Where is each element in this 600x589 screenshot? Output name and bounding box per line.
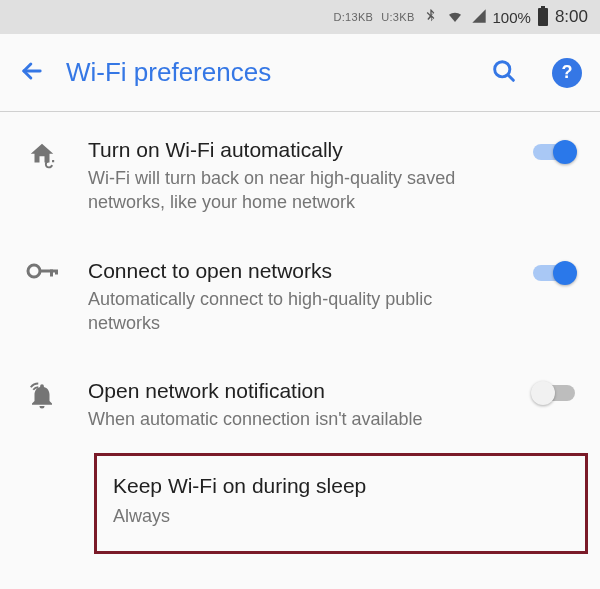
key-icon (18, 259, 66, 281)
status-icons: 100% 8:00 (423, 6, 588, 29)
cell-signal-icon (471, 8, 487, 27)
net-down: D:13KB (334, 11, 374, 23)
bluetooth-icon (423, 6, 439, 29)
battery-percent: 100% (493, 9, 531, 26)
home-refresh-icon (18, 138, 66, 170)
status-bar: D:13KB U:3KB 100% 8:00 (0, 0, 600, 34)
pref-turn-on-wifi-auto[interactable]: Turn on Wi-Fi automatically Wi-Fi will t… (0, 116, 600, 237)
svg-rect-0 (538, 8, 548, 26)
wifi-icon (445, 8, 465, 27)
svg-rect-6 (55, 269, 58, 274)
pref-subtitle: Wi-Fi will turn back on near high-qualit… (88, 166, 504, 215)
svg-point-3 (28, 265, 40, 277)
pref-subtitle: Always (113, 504, 569, 528)
svg-rect-1 (541, 6, 545, 8)
back-button[interactable] (18, 57, 46, 89)
help-button[interactable]: ? (552, 58, 582, 88)
pref-title: Keep Wi-Fi on during sleep (113, 474, 569, 498)
net-up: U:3KB (381, 11, 414, 23)
battery-icon (537, 6, 549, 29)
pref-title: Connect to open networks (88, 259, 504, 283)
pref-subtitle: Automatically connect to high-quality pu… (88, 287, 504, 336)
pref-keep-wifi-on-sleep[interactable]: Keep Wi-Fi on during sleep Always (94, 453, 588, 553)
search-button[interactable] (490, 57, 518, 89)
bell-wifi-icon (18, 379, 66, 411)
pref-title: Turn on Wi-Fi automatically (88, 138, 504, 162)
switch-turn-on-wifi-auto[interactable] (533, 144, 575, 160)
switch-connect-open-networks[interactable] (533, 265, 575, 281)
page-title: Wi-Fi preferences (66, 57, 470, 88)
settings-list: Turn on Wi-Fi automatically Wi-Fi will t… (0, 112, 600, 554)
pref-subtitle: When automatic connection isn't availabl… (88, 407, 504, 431)
switch-open-network-notification[interactable] (533, 385, 575, 401)
clock: 8:00 (555, 7, 588, 27)
app-bar: Wi-Fi preferences ? (0, 34, 600, 112)
svg-rect-5 (50, 269, 53, 276)
pref-open-network-notification[interactable]: Open network notification When automatic… (0, 357, 600, 453)
pref-connect-open-networks[interactable]: Connect to open networks Automatically c… (0, 237, 600, 358)
pref-title: Open network notification (88, 379, 504, 403)
